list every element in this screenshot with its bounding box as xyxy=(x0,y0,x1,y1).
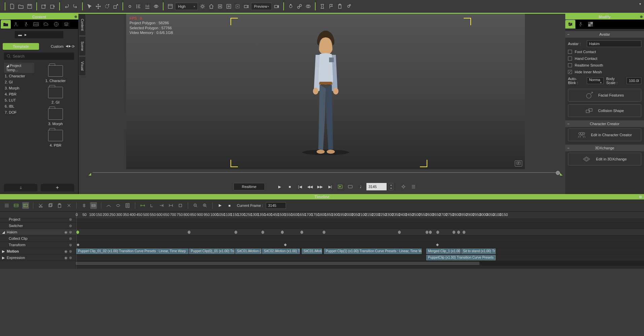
hide-inner-mesh-check[interactable]: ✓Hide Inner Mesh xyxy=(568,70,641,74)
home-icon[interactable] xyxy=(207,2,215,10)
side-tab-visual[interactable]: Visual xyxy=(79,57,86,76)
close-content-panel[interactable]: ⊗ xyxy=(74,15,77,18)
quality-select[interactable]: High xyxy=(175,3,198,10)
light-icon[interactable] xyxy=(199,2,207,10)
align-left-icon[interactable] xyxy=(135,2,143,10)
settings-icon[interactable] xyxy=(345,2,353,10)
folder-item[interactable]: 1. Character xyxy=(45,65,66,83)
new-file-icon[interactable] xyxy=(8,2,16,10)
modify-tab-material-icon[interactable] xyxy=(585,20,596,29)
nav-refresh-icon[interactable]: ⟳ xyxy=(72,44,75,49)
nav-fwd-icon[interactable]: ▶ xyxy=(69,44,71,49)
step-fwd-icon[interactable]: ▶▶ xyxy=(316,183,324,191)
tab-landscape-icon[interactable] xyxy=(31,20,41,29)
tl-zoomin-icon[interactable] xyxy=(202,202,208,209)
track-expression[interactable]: ▶Expression◉⊗ xyxy=(0,255,76,261)
tab-template[interactable]: Template xyxy=(3,43,39,50)
tl-paste-icon[interactable] xyxy=(56,202,63,209)
step-back-icon[interactable]: ◀◀ xyxy=(306,183,314,191)
tree-item[interactable]: 1. Character xyxy=(4,73,34,79)
tab-motion-icon[interactable] xyxy=(21,20,31,29)
section-cc[interactable]: −Character Creator xyxy=(565,120,644,127)
breadcrumb[interactable]: ▬ ▶ xyxy=(15,31,63,38)
physics-icon[interactable] xyxy=(287,2,295,10)
transport-settings-icon[interactable] xyxy=(399,183,407,191)
visibility-icon[interactable] xyxy=(152,2,160,10)
hand-contact-check[interactable]: Hand Contact xyxy=(568,57,641,61)
stop-icon[interactable]: ■ xyxy=(286,183,294,191)
close-timeline[interactable]: ⊗ xyxy=(639,195,642,199)
export-icon[interactable] xyxy=(48,2,57,10)
scale-tool-icon[interactable] xyxy=(112,2,120,10)
redo-icon[interactable] xyxy=(71,2,79,10)
viewport-3d[interactable]: FPS : 0. Project Polygon : 58286 Selecte… xyxy=(126,14,525,169)
loop-icon[interactable] xyxy=(336,183,344,191)
tab-media-icon[interactable] xyxy=(51,20,61,29)
layout-icon[interactable] xyxy=(166,2,174,10)
folder-item[interactable]: 3. Morph xyxy=(48,108,63,126)
go-start-icon[interactable]: |◀ xyxy=(296,183,304,191)
motion-clip[interactable]: SitC02.iMotion (x1.00) Tra xyxy=(262,249,300,254)
undo-icon[interactable] xyxy=(63,2,71,10)
tl-sheet-icon[interactable] xyxy=(124,202,131,209)
clipboard-icon[interactable] xyxy=(336,2,344,10)
viewport-comment-icon[interactable] xyxy=(515,160,522,166)
tl-filter1-icon[interactable] xyxy=(13,202,20,209)
tl-play-icon[interactable]: ▶ xyxy=(217,202,223,209)
current-frame-input[interactable] xyxy=(266,202,286,209)
select-tool-icon[interactable] xyxy=(85,2,94,10)
character-avatar[interactable] xyxy=(295,21,356,156)
motion-clip[interactable]: Puppet Clip_01_02 (x1.00) Transition Cur… xyxy=(76,249,188,254)
tree-item[interactable]: 5. LUT xyxy=(4,97,34,103)
tree-item[interactable]: 4. PBR xyxy=(4,91,34,97)
motion-clip[interactable]: Sit to stand (x1.00) Tr xyxy=(461,249,496,254)
tl-markin-icon[interactable] xyxy=(149,202,155,209)
tl-delete-icon[interactable] xyxy=(66,202,72,209)
foot-contact-check[interactable]: Foot Contact xyxy=(568,50,641,54)
transport-list-icon[interactable] xyxy=(409,183,418,191)
tl-hold-icon[interactable] xyxy=(177,202,184,209)
play-icon[interactable]: ▶ xyxy=(276,183,284,191)
motion-clip[interactable]: Merged Clip_1 (x1.00) Tr xyxy=(426,249,461,254)
frame-input[interactable] xyxy=(366,183,387,190)
tl-loop-icon[interactable] xyxy=(115,202,121,209)
side-tab-content[interactable]: Content xyxy=(79,14,86,36)
tl-cut-icon[interactable] xyxy=(37,202,44,209)
track-switcher[interactable]: Switcher⊗ xyxy=(0,223,76,229)
tab-cloud-icon[interactable] xyxy=(41,20,51,29)
import-icon[interactable] xyxy=(40,2,48,10)
tl-tracklist-icon[interactable] xyxy=(3,202,10,209)
tl-curve-icon[interactable] xyxy=(105,202,112,209)
go-end-icon[interactable]: ▶| xyxy=(326,183,334,191)
tree-item[interactable]: 7. DOF xyxy=(4,109,34,115)
modify-tab-sliders-icon[interactable] xyxy=(565,20,575,29)
realtime-smooth-check[interactable]: Realtime Smooth xyxy=(568,63,641,67)
zoom-all-icon[interactable] xyxy=(225,2,233,10)
body-scale-input[interactable] xyxy=(627,77,641,84)
close-modify-panel[interactable]: ⊗ xyxy=(640,15,643,18)
tl-zoomout-icon[interactable] xyxy=(192,202,199,209)
track-transform[interactable]: Transform⊗ xyxy=(0,242,76,248)
folder-item[interactable]: 4. PBR xyxy=(48,130,63,147)
track-project[interactable]: Project⊗ xyxy=(0,216,76,223)
search-input[interactable] xyxy=(13,54,71,58)
time-scrub[interactable] xyxy=(86,169,565,179)
section-3dx[interactable]: −3DXchange xyxy=(565,145,644,151)
flag-icon[interactable] xyxy=(327,2,335,10)
move-tool-icon[interactable] xyxy=(94,2,102,10)
timeline-lanes[interactable]: 0501001502002503003504004505005506006507… xyxy=(76,212,644,269)
timeline-h-scrollbar[interactable] xyxy=(76,261,644,266)
track-hakim[interactable]: ◢Hakim◉⊗ xyxy=(0,229,76,235)
camera-icon[interactable] xyxy=(273,2,281,10)
align-bottom-icon[interactable] xyxy=(143,2,151,10)
tab-stack-icon[interactable] xyxy=(61,20,71,29)
content-footer-add[interactable]: + xyxy=(41,184,74,191)
edit-3dx-button[interactable]: Edit in 3DXchange xyxy=(568,153,641,165)
constraint-icon[interactable] xyxy=(295,2,303,10)
folder-item[interactable]: 2. GI xyxy=(48,87,63,104)
avatar-name-input[interactable] xyxy=(587,40,641,47)
tl-range2-icon[interactable] xyxy=(168,202,174,209)
track-motion[interactable]: ▶Motion◉⊗ xyxy=(0,248,76,255)
tree-item[interactable]: 3. Morph xyxy=(4,85,34,91)
camera-list-icon[interactable] xyxy=(242,2,250,10)
